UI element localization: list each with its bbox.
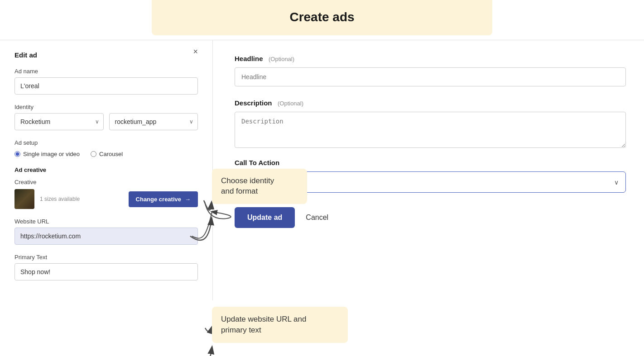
primary-text-input[interactable] <box>14 263 198 280</box>
ad-name-input[interactable] <box>14 77 198 95</box>
radio-carousel-label: Carousel <box>99 151 123 157</box>
tooltip-update-url: Update website URL andprimary text <box>212 307 348 343</box>
identity-select2-wrap: rocketium_app ∨ <box>109 113 198 130</box>
website-url-input[interactable] <box>14 228 198 245</box>
ad-creative-title: Ad creative <box>14 166 198 173</box>
radio-single-image-input[interactable] <box>14 151 20 157</box>
creative-thumbnail <box>14 189 34 209</box>
sizes-text: 1 sizes available <box>40 196 123 202</box>
radio-carousel-input[interactable] <box>91 151 96 157</box>
creative-label: Creative <box>14 179 198 185</box>
identity-select[interactable]: Rocketium <box>14 113 104 130</box>
change-creative-button[interactable]: Change creative → <box>129 191 198 207</box>
identity-select-wrap: Rocketium ∨ <box>14 113 104 130</box>
close-button[interactable]: × <box>193 47 198 56</box>
cta-label: Call To Action <box>235 159 279 166</box>
radio-carousel[interactable]: Carousel <box>91 151 123 157</box>
ad-name-label: Ad name <box>14 68 198 75</box>
page-header: Create ads <box>152 0 492 35</box>
headline-input[interactable] <box>235 67 626 86</box>
description-label: Description <box>235 99 272 107</box>
tooltip1-text: Choose identityand format <box>221 176 274 195</box>
page-title: Create ads <box>152 10 492 24</box>
tooltip2-text: Update website URL andprimary text <box>221 315 306 334</box>
creative-thumb-image <box>14 189 34 209</box>
update-ad-button[interactable]: Update ad <box>235 207 295 228</box>
tooltip-identity-format: Choose identityand format <box>212 169 307 204</box>
radio-single-image-label: Single image or video <box>23 151 80 157</box>
cancel-button[interactable]: Cancel <box>306 214 328 222</box>
description-optional: (Optional) <box>278 100 303 107</box>
change-creative-label: Change creative <box>136 196 181 203</box>
close-icon: × <box>193 47 198 56</box>
headline-optional: (Optional) <box>269 56 294 62</box>
website-url-label: Website URL <box>14 218 198 225</box>
primary-text-label: Primary Text <box>14 254 198 261</box>
edit-ad-title: Edit ad <box>14 51 198 59</box>
arrow-right-icon: → <box>185 196 191 203</box>
headline-label: Headline <box>235 55 263 62</box>
left-panel: × Edit ad Ad name Identity Rocketium ∨ <box>0 40 213 300</box>
identity-label: Identity <box>14 104 198 110</box>
identity-select2[interactable]: rocketium_app <box>109 113 198 130</box>
ad-setup-label: Ad setup <box>14 139 198 146</box>
radio-single-image[interactable]: Single image or video <box>14 151 80 157</box>
description-input[interactable] <box>235 112 626 148</box>
